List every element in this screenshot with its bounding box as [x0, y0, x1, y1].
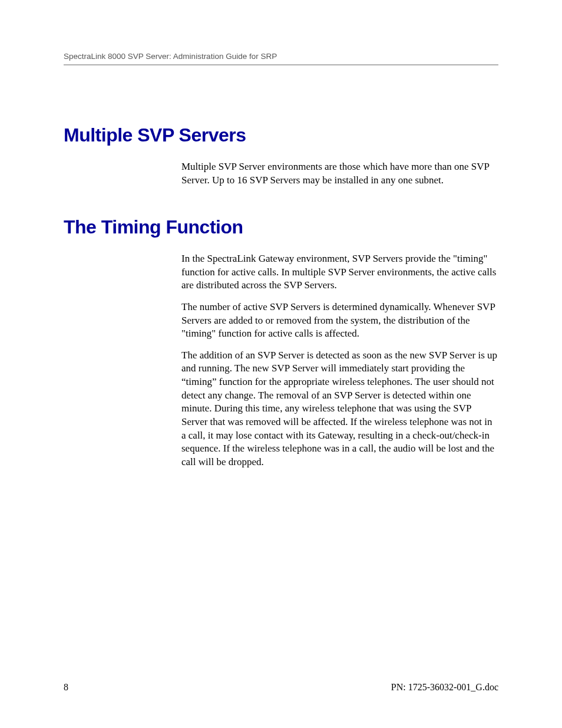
section-heading-multiple-svp: Multiple SVP Servers — [64, 124, 498, 146]
running-header: SpectraLink 8000 SVP Server: Administrat… — [64, 52, 498, 61]
body-paragraph: The number of active SVP Servers is dete… — [181, 301, 498, 341]
page-footer: 8 PN: 1725-36032-001_G.doc — [64, 682, 498, 693]
document-page: SpectraLink 8000 SVP Server: Administrat… — [0, 0, 562, 728]
body-paragraph: The addition of an SVP Server is detecte… — [181, 349, 498, 469]
document-id: PN: 1725-36032-001_G.doc — [391, 682, 498, 693]
body-paragraph: Multiple SVP Server environments are tho… — [181, 160, 498, 187]
section-heading-timing-function: The Timing Function — [64, 216, 498, 238]
body-paragraph: In the SpectraLink Gateway environment, … — [181, 252, 498, 292]
page-number: 8 — [64, 682, 68, 693]
header-divider — [64, 64, 498, 65]
